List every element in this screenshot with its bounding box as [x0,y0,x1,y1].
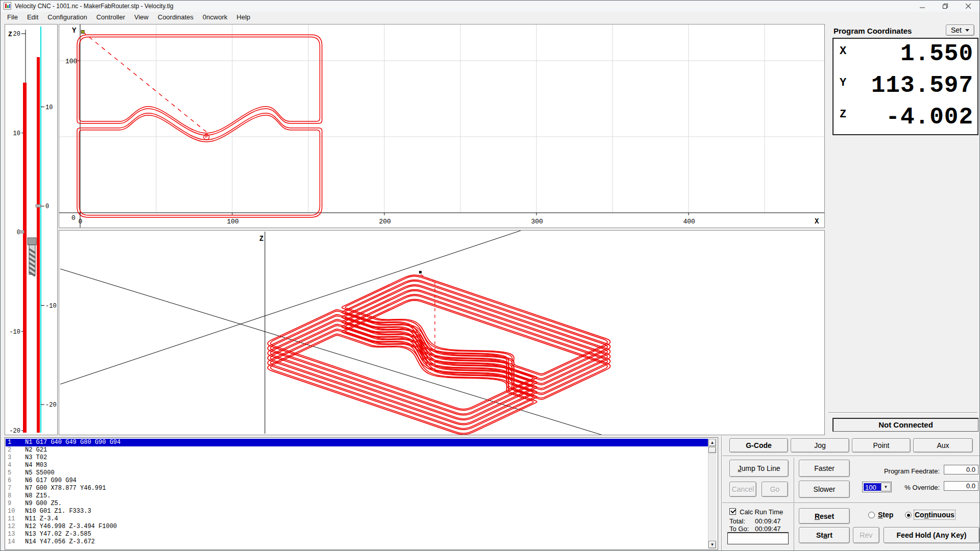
scroll-down-button[interactable]: ▼ [708,541,716,548]
menu-configuration[interactable]: Configuration [43,12,91,22]
close-icon [966,4,971,9]
gcode-line-number: 14 [8,538,23,545]
tab-aux[interactable]: Aux [913,438,973,453]
set-button[interactable]: Set [946,24,974,36]
x-tick-label: 100 [227,218,239,226]
gcode-line[interactable]: 8N8 Z15. [6,492,709,500]
gcode-line-text: N10 G01 Z1. F333.3 [25,508,91,515]
program-feedrate-field[interactable]: 0.0 [944,465,978,474]
gcode-line[interactable]: 1N1 G17 G40 G49 G80 G90 G94 [6,439,709,446]
tab-point[interactable]: Point [852,438,911,453]
toolpath-contour [79,37,320,134]
cancel-button[interactable]: Cancel [729,482,756,497]
app-icon [4,2,11,10]
z-offset-label: -20 [45,402,57,409]
gcode-line[interactable]: 9N9 G00 Z5. [6,500,709,508]
gcode-line-number: 4 [8,462,23,469]
x-axis-label: X [815,217,819,226]
z-offset-datum-marker [36,205,41,207]
reset-button[interactable]: Reset [799,508,850,524]
gcode-line-number: 13 [8,531,23,538]
menu-controller[interactable]: Controller [92,12,130,22]
togo-value: 00:09:47 [755,525,781,533]
slower-button[interactable]: Slower [799,481,850,498]
calc-run-time-checkbox[interactable] [729,508,736,515]
window-title: Velocity CNC - 1001.nc - MakerFabRouter.… [15,3,174,10]
jump-to-line-button[interactable]: Jump To Line [729,460,789,477]
z-scale-label: -10 [9,329,20,336]
z-offset-label: 10 [45,104,53,111]
right-panel-divider [828,412,977,413]
gcode-line-text: N5 S5000 [25,469,55,477]
toolpath-layer [271,335,533,433]
rev-button[interactable]: Rev [853,527,879,543]
step-radio[interactable] [868,512,875,518]
gcode-line-text: N3 T02 [25,454,47,461]
step-radio-label[interactable]: Step [878,511,893,519]
gcode-line[interactable]: 12N12 Y46.998 Z-3.494 F1000 [6,523,709,531]
minimize-button[interactable] [911,1,934,12]
gcode-line-number: 7 [8,485,23,492]
calc-run-time-label: Calc Run Time [740,508,783,516]
tool-head-icon [28,238,36,245]
combo-dropdown-button[interactable]: ▼ [881,483,891,491]
gcode-line[interactable]: 2N2 G21 [6,446,709,454]
gcode-list[interactable]: 1N1 G17 G40 G49 G80 G90 G942N2 G213N3 T0… [5,437,718,550]
continuous-radio[interactable] [905,512,912,518]
gcode-line[interactable]: 7N7 G00 X78.877 Y46.991 [6,485,709,492]
rapid-move-dashed [83,32,206,132]
run-status-box [727,532,789,544]
close-button[interactable] [957,1,979,12]
menu-help[interactable]: Help [232,12,255,22]
gcode-line[interactable]: 4N4 M03 [6,462,709,469]
gcode-line[interactable]: 3N3 T02 [6,454,709,462]
z-scale-label: -20 [9,428,20,435]
program-coordinates-title: Program Coordinates [834,27,912,35]
restore-icon [943,4,948,9]
gcode-line[interactable]: 14N14 Y47.056 Z-3.672 [6,538,709,546]
path-start-marker [81,30,84,33]
menu-0ncwork[interactable]: 0ncwork [198,12,232,22]
z-gauge-graphic: 20100-10-20Z100-10-20 [5,24,57,435]
xy-toolpath-view[interactable]: 0100200300400XY1000 [59,24,825,228]
override-select[interactable]: 100 ▼ [862,482,892,492]
z-offset-label: 0 [45,203,49,210]
gcode-line-number: 11 [8,515,23,522]
scrollbar-thumb[interactable] [708,447,716,453]
connection-status: Not Connected [832,418,978,432]
gcode-line-number: 10 [8,508,23,515]
control-divider-2 [794,458,794,551]
gcode-line-text: N14 Y47.056 Z-3.672 [25,538,95,545]
scroll-up-button[interactable]: ▲ [708,439,716,446]
gcode-line[interactable]: 11N11 Z-3.4 [6,515,709,523]
gcode-line[interactable]: 6N6 G17 G90 G94 [6,477,709,485]
menu-file[interactable]: File [3,12,22,22]
x-tick-label: 200 [379,218,391,226]
total-label: Total: [729,517,745,525]
gcode-scrollbar[interactable]: ▲ ▼ [708,439,717,548]
menu-edit[interactable]: Edit [22,12,43,22]
gcode-line[interactable]: 13N13 Y47.02 Z-3.585 [6,531,709,538]
go-button[interactable]: Go [762,482,788,497]
start-button[interactable]: Start [799,527,850,543]
gcode-line[interactable]: 5N5 S5000 [6,469,709,477]
menu-view[interactable]: View [130,12,153,22]
gcode-line[interactable]: 10N10 G01 Z1. F333.3 [6,508,709,515]
iso-toolpath-view[interactable]: Z [59,230,825,435]
gcode-line-text: N7 G00 X78.877 Y46.991 [25,485,106,492]
faster-button[interactable]: Faster [799,460,850,477]
feed-hold-button[interactable]: Feed Hold (Any Key) [884,527,979,543]
gcode-line-text: N1 G17 G40 G49 G80 G90 G94 [25,439,120,446]
tab-gcode[interactable]: G-Code [729,438,788,453]
continuous-radio-label[interactable]: Continuous [915,511,954,519]
tab-jog[interactable]: Jog [791,438,849,453]
chevron-down-icon [965,29,969,32]
app-window: Velocity CNC - 1001.nc - MakerFabRouter.… [0,0,980,551]
restore-button[interactable] [934,1,957,12]
gcode-line-text: N12 Y46.998 Z-3.494 F1000 [25,523,117,530]
override-field[interactable]: 0.0 [944,481,978,491]
menu-coordinates[interactable]: Coordinates [153,12,198,22]
path-start-dot [419,271,422,273]
total-value: 00:09:47 [755,517,781,525]
x-tick-label: 300 [531,218,543,226]
